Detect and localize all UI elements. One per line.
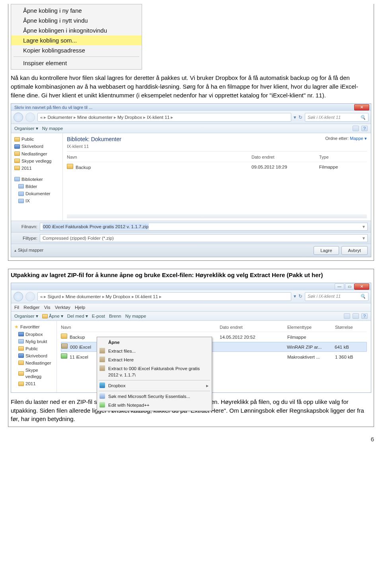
cm-copy-link[interactable]: Kopier koblingsadresse xyxy=(11,45,142,55)
tree-public[interactable]: Public xyxy=(13,345,55,352)
tree-public[interactable]: Public xyxy=(13,136,61,143)
close-icon[interactable]: ✕ xyxy=(354,283,369,290)
cm-inspect[interactable]: Inspiser element xyxy=(11,58,142,68)
tree-pics[interactable]: Bilder xyxy=(13,183,61,190)
cancel-button[interactable]: Avbryt xyxy=(341,246,368,255)
bc3: My Dropbox xyxy=(117,114,142,120)
desktop-icon xyxy=(14,144,20,149)
tb-email[interactable]: E-post xyxy=(92,313,105,319)
tree-downloads[interactable]: Nedlastinger xyxy=(13,150,61,157)
cm-open-new-tab[interactable]: Åpne kobling i ny fane xyxy=(11,6,142,16)
folder-icon xyxy=(61,334,67,339)
col-size[interactable]: Størrelse xyxy=(335,324,367,330)
folder-icon xyxy=(14,151,20,156)
ctx-sep xyxy=(99,391,210,391)
hide-folders[interactable]: ▴Skjul mapper xyxy=(14,247,43,253)
library-header: Bibliotek: Dokumenter IX-klient 11 Ordne… xyxy=(67,136,367,151)
menu-tools[interactable]: Verktøy xyxy=(55,305,70,310)
menu-help[interactable]: Hjelp xyxy=(75,305,85,310)
lib-sort[interactable]: Ordne etter: Mappe ▾ xyxy=(325,136,367,142)
view-mode-icon[interactable] xyxy=(353,126,359,131)
toolbar-newfolder[interactable]: Ny mappe xyxy=(42,125,63,132)
column-headers: Navn Dato endret Type xyxy=(67,153,367,162)
folder-icon xyxy=(18,382,24,386)
save-button[interactable]: Lagre xyxy=(314,246,339,255)
cm-open-incognito[interactable]: Åpne koblingen i inkognitovindu xyxy=(11,25,142,35)
lib-sub: IX-klient 11 xyxy=(67,144,121,149)
folder-icon xyxy=(14,166,20,170)
tree-dropbox[interactable]: Dropbox xyxy=(13,331,55,338)
nav-back-icon[interactable] xyxy=(14,113,23,122)
heading-2: Utpakking av lagret ZIP-fil for å kunne … xyxy=(11,271,371,279)
tree-skype[interactable]: Skype vedlegg xyxy=(13,157,61,165)
menu-view[interactable]: Vis xyxy=(44,305,51,310)
menu-file[interactable]: Fil xyxy=(14,305,19,310)
tree-skype[interactable]: Skype vedlegg xyxy=(13,367,55,380)
toolbar-organise[interactable]: Organiser ▾ xyxy=(14,125,38,132)
ctx-mse[interactable]: Søk med Microsoft Security Essentials... xyxy=(97,392,212,401)
scrollbar[interactable] xyxy=(67,214,367,218)
tree-desktop[interactable]: Skrivebord xyxy=(13,352,55,359)
help-icon[interactable]: ? xyxy=(361,313,368,319)
explorer-main: Navn Dato endret Elementtype Størrelse B… xyxy=(57,321,371,392)
notepad-icon xyxy=(99,402,105,408)
explorer-tree: ★Favoritter Dropbox Nylig brukt Public S… xyxy=(11,321,57,392)
folder-icon xyxy=(18,371,24,376)
minimize-icon[interactable]: — xyxy=(335,283,344,290)
tree-ix[interactable]: IX xyxy=(13,197,61,204)
save-title: Skriv inn navnet på filen du vil lagre t… xyxy=(13,105,354,111)
close-icon[interactable]: ✕ xyxy=(354,104,369,111)
library-icon xyxy=(18,199,24,203)
star-icon: ★ xyxy=(14,324,19,330)
tree-2011[interactable]: 2011 xyxy=(13,165,61,172)
save-main: Bibliotek: Dokumenter IX-klient 11 Ordne… xyxy=(63,133,371,220)
breadcrumb[interactable]: «▸ Dokumenter▸ Mine dokumenter▸ My Dropb… xyxy=(37,113,291,122)
cm-open-new-window[interactable]: Åpne kobling i nytt vindu xyxy=(11,16,142,25)
search-input[interactable]: Søk i IX-klient 11 🔍 xyxy=(305,113,368,122)
ctx-dropbox[interactable]: Dropbox▸ xyxy=(97,381,212,390)
ctx-extract-to[interactable]: Extract to 000 iExcel Fakturabok Prove g… xyxy=(97,364,212,379)
tb-share[interactable]: Del med ▾ xyxy=(67,313,88,319)
col-type[interactable]: Elementtype xyxy=(287,324,335,330)
tree-recent[interactable]: Nylig brukt xyxy=(13,338,55,345)
col-name[interactable]: Navn xyxy=(61,324,220,330)
tree-downloads[interactable]: Nedlastinger xyxy=(13,359,55,367)
folder-icon xyxy=(18,346,24,351)
nav-back-icon[interactable] xyxy=(14,292,23,301)
tree-2011[interactable]: 2011 xyxy=(13,380,55,387)
tree-desktop[interactable]: Skrivebord xyxy=(13,143,61,150)
col-name[interactable]: Navn xyxy=(67,154,251,160)
menu-edit[interactable]: Rediger xyxy=(23,305,39,310)
tb-organise[interactable]: Organiser ▾ xyxy=(14,313,38,319)
filetype-value: Compressed (zipped) Folder (*.zip) xyxy=(43,235,114,241)
tb-newfolder[interactable]: Ny mappe xyxy=(125,313,146,319)
explorer-search[interactable]: Søk i IX-klient 11 🔍 xyxy=(305,292,368,301)
maximize-icon[interactable]: ▭ xyxy=(345,283,354,290)
tb-burn[interactable]: Brenn xyxy=(109,313,121,319)
filename-input[interactable]: 000 iExcel Fakturabok Prove gratis 2012 … xyxy=(40,223,368,231)
filename-bar: Filnavn: 000 iExcel Fakturabok Prove gra… xyxy=(11,221,371,232)
preview-icon[interactable] xyxy=(353,313,359,319)
tree-libraries[interactable]: Biblioteker xyxy=(13,176,61,183)
ctx-sep xyxy=(99,380,210,380)
filetype-input[interactable]: Compressed (zipped) Folder (*.zip) ▾ xyxy=(40,234,368,242)
save-body: Public Skrivebord Nedlastinger Skype ved… xyxy=(11,133,371,220)
file-row-backup[interactable]: Backup 09.05.2012 18:29 Filmappe xyxy=(67,162,367,172)
ctx-open[interactable]: Åpne xyxy=(97,338,212,347)
ctx-extract-here[interactable]: Extract Here xyxy=(97,355,212,364)
zip-icon xyxy=(61,343,68,349)
tb-open[interactable]: Åpne ▾ xyxy=(42,313,63,319)
file-context-menu: Åpne Extract files... Extract Here Extra… xyxy=(97,337,212,411)
cm-save-link-as[interactable]: Lagre kobling som... xyxy=(11,35,142,45)
col-date[interactable]: Dato endret xyxy=(220,324,287,330)
col-type[interactable]: Type xyxy=(319,154,367,160)
ctx-extract-files[interactable]: Extract files... xyxy=(97,347,212,355)
paragraph-1: Nå kan du kontrollere hvor filen skal la… xyxy=(11,74,371,99)
help-icon[interactable]: ? xyxy=(361,126,368,131)
explorer-breadcrumb[interactable]: «▸ Sigurd▸ Mine dokumenter▸ My Dropbox▸ … xyxy=(37,292,291,301)
col-date[interactable]: Dato endret xyxy=(251,154,319,160)
view-icon[interactable] xyxy=(344,313,350,319)
tree-fav[interactable]: ★Favoritter xyxy=(13,323,55,331)
tree-docs[interactable]: Dokumenter xyxy=(13,190,61,197)
ctx-notepad[interactable]: Edit with Notepad++ xyxy=(97,401,212,409)
